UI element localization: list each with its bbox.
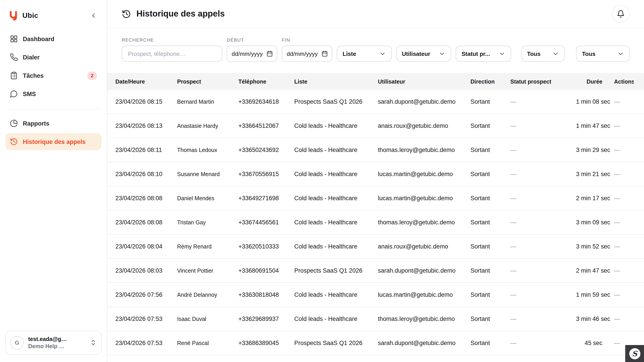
- date-start-value: dd/mm/yyyy: [232, 50, 263, 57]
- table-row[interactable]: 23/04/2026 07:53 René Pascal +3368638904…: [107, 331, 644, 355]
- cell-statut-prospect: —: [510, 316, 576, 322]
- phone-icon: [10, 53, 18, 61]
- sidebar-divider: [7, 109, 100, 109]
- cell-duree: 2 min 47 sec: [576, 267, 614, 274]
- cell-direction: Sortant: [470, 340, 510, 346]
- cell-direction: Sortant: [470, 316, 510, 322]
- cell-utilisateur: anais.roux@getubic.demo: [378, 243, 470, 250]
- cell-utilisateur: lucas.martin@getubic.demo: [378, 195, 470, 202]
- cell-telephone: +33649271698: [238, 195, 294, 202]
- liste-filter-dropdown[interactable]: Liste: [337, 45, 392, 62]
- table-row[interactable]: 23/04/2026 08:08 Daniel Mendes +33649271…: [107, 186, 644, 211]
- cell-telephone: +33629689937: [238, 316, 294, 322]
- cell-actions: —: [614, 267, 634, 274]
- dropdown-label: Tous: [582, 50, 596, 57]
- column-header-datetime: Date/Heure: [116, 79, 177, 85]
- cell-utilisateur: thomas.leroy@getubic.demo: [378, 219, 470, 226]
- cell-liste: Cold leads - Healthcare: [294, 122, 378, 129]
- cell-liste: Prospects SaaS Q1 2026: [294, 98, 378, 105]
- chevrons-up-down-icon: [90, 340, 96, 346]
- cell-datetime: 23/04/2026 08:10: [116, 171, 177, 177]
- cell-liste: Cold leads - Healthcare: [294, 195, 378, 202]
- column-header-duree: Durée: [576, 79, 614, 85]
- table-row[interactable]: 23/04/2026 08:04 Rémy Renard +3362051033…: [107, 235, 644, 259]
- table-row[interactable]: 23/04/2026 08:15 Bernard Martin +3369263…: [107, 90, 644, 114]
- tasks-icon: [10, 71, 18, 79]
- search-input[interactable]: [122, 45, 222, 62]
- cell-datetime: 23/04/2026 08:08: [116, 219, 177, 226]
- sidebar-item-dashboard[interactable]: Dashboard: [5, 30, 102, 47]
- chevron-down-icon: [498, 50, 505, 57]
- symfony-profiler-icon: S: [629, 348, 640, 359]
- cell-liste: Cold leads - Healthcare: [294, 243, 378, 250]
- cell-prospect: Rémy Renard: [177, 243, 238, 250]
- sidebar-item-label: Dashboard: [23, 35, 54, 42]
- cell-direction: Sortant: [470, 171, 510, 177]
- date-start-group: DÉBUT dd/mm/yyyy: [227, 37, 277, 62]
- notifications-button[interactable]: [612, 5, 630, 23]
- profiler-toolbar-button[interactable]: S: [625, 345, 644, 362]
- sidebar-item-historique-des-appels[interactable]: Historique des appels: [5, 133, 102, 150]
- sidebar-item-dialer[interactable]: Dialer: [5, 49, 102, 66]
- cell-prospect: André Delannoy: [177, 292, 238, 298]
- sidebar-item-taches[interactable]: Tâches 2: [5, 67, 102, 84]
- user-org: Demo Help …: [28, 343, 67, 350]
- direction-filter-dropdown[interactable]: Tous: [521, 45, 565, 62]
- cell-datetime: 23/04/2026 07:56: [116, 291, 177, 298]
- cell-datetime: 23/04/2026 08:15: [116, 98, 177, 105]
- cell-duree: 1 min 08 sec: [576, 98, 614, 105]
- cell-statut-prospect: —: [510, 171, 576, 177]
- chevron-left-icon: [90, 12, 97, 19]
- cell-actions: —: [614, 219, 634, 226]
- resultat-filter-dropdown[interactable]: Tous: [576, 45, 630, 62]
- cell-actions: —: [614, 171, 634, 177]
- cell-prospect: Tristan Gay: [177, 219, 238, 225]
- cell-liste: Cold leads - Healthcare: [294, 219, 378, 226]
- date-start-label: DÉBUT: [227, 37, 277, 42]
- cell-duree: 45 sec: [576, 340, 614, 346]
- cell-prospect: Isaac Duval: [177, 316, 238, 322]
- cell-direction: Sortant: [470, 267, 510, 274]
- cell-prospect: Thomas Ledoux: [177, 147, 238, 153]
- cell-utilisateur: thomas.leroy@getubic.demo: [378, 316, 470, 322]
- date-end-input[interactable]: dd/mm/yyyy: [282, 45, 332, 62]
- cell-statut-prospect: —: [510, 147, 576, 153]
- search-label: RECHERCHE: [122, 37, 222, 42]
- table-row[interactable]: 23/04/2026 07:56 André Delannoy +3363081…: [107, 283, 644, 307]
- table-row[interactable]: 23/04/2026 08:03 Vincent Pottier +336806…: [107, 259, 644, 283]
- cell-telephone: +33692634618: [238, 98, 294, 105]
- table-row[interactable]: 23/04/2026 08:10 Susanne Menard +3367055…: [107, 162, 644, 186]
- cell-telephone: +33686389045: [238, 340, 294, 346]
- column-header-utilisateur: Utilisateur: [378, 79, 470, 85]
- sidebar-item-sms[interactable]: SMS: [5, 85, 102, 102]
- utilisateur-filter-dropdown[interactable]: Utilisateur: [396, 45, 451, 62]
- cell-statut-prospect: —: [510, 219, 576, 226]
- cell-datetime: 23/04/2026 08:08: [116, 195, 177, 202]
- sidebar-collapse-button[interactable]: [89, 11, 98, 20]
- cell-actions: —: [614, 316, 634, 322]
- user-texts: test.eada@g… Demo Help …: [28, 336, 67, 350]
- sidebar-item-label: Historique des appels: [23, 138, 86, 145]
- brand-row: Ubic: [5, 6, 102, 23]
- user-menu[interactable]: G test.eada@g… Demo Help …: [5, 331, 102, 355]
- sidebar-item-rapports[interactable]: Rapports: [5, 115, 102, 132]
- table-row[interactable]: 23/04/2026 08:08 Tristan Gay +3367445656…: [107, 211, 644, 235]
- table-row[interactable]: 23/04/2026 07:53 Isaac Duval +3362968993…: [107, 307, 644, 331]
- table-row[interactable]: 23/04/2026 08:11 Thomas Ledoux +33650243…: [107, 138, 644, 162]
- calls-table: Date/Heure Prospect Téléphone Liste Util…: [107, 74, 644, 362]
- date-start-input[interactable]: dd/mm/yyyy: [227, 45, 277, 62]
- cell-utilisateur: sarah.dupont@getubic.demo: [378, 340, 470, 346]
- table-row[interactable]: 23/04/2026 08:13 Anastasie Hardy +336645…: [107, 114, 644, 138]
- cell-liste: Cold leads - Healthcare: [294, 316, 378, 322]
- statut-prospect-filter-dropdown[interactable]: Statut pr...: [456, 45, 511, 62]
- cell-duree: 1 min 47 sec: [576, 122, 614, 129]
- app-window: Ubic Dashboard Dialer: [0, 0, 644, 362]
- ubic-logo-icon: [9, 10, 18, 21]
- cell-prospect: Susanne Menard: [177, 171, 238, 177]
- cell-datetime: 23/04/2026 08:03: [116, 267, 177, 274]
- date-end-value: dd/mm/yyyy: [287, 50, 318, 57]
- cell-telephone: +33650243692: [238, 147, 294, 153]
- dropdown-label: Utilisateur: [402, 50, 430, 57]
- column-header-actions: Actions: [614, 79, 634, 85]
- cell-telephone: +33630818048: [238, 291, 294, 298]
